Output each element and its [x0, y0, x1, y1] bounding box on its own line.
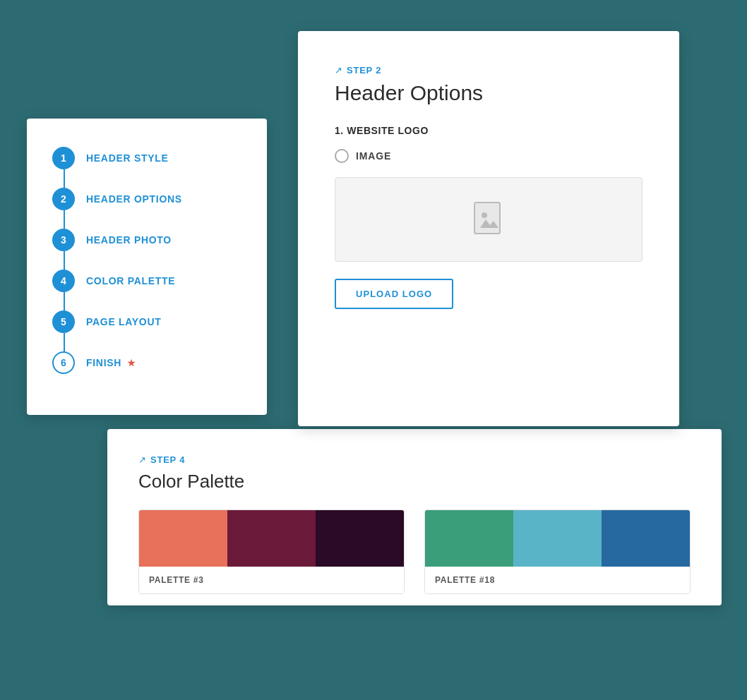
steps-card: 1HEADER STYLE2HEADER OPTIONS3HEADER PHOT…: [27, 119, 267, 415]
palette-color-swatch-1: [139, 510, 227, 567]
step-item-6[interactable]: 6FINISH ★: [52, 351, 241, 392]
palette-colors-2: [425, 510, 690, 567]
palette-item-2[interactable]: PALETTE #18: [424, 509, 691, 594]
step-item-5[interactable]: 5PAGE LAYOUT: [52, 310, 241, 351]
palette-color-swatch-3: [602, 510, 690, 567]
radio-label: IMAGE: [356, 150, 391, 162]
palette-step-tag-text: STEP 4: [150, 454, 185, 465]
radio-button[interactable]: [335, 149, 349, 163]
palette-step-tag: ↗ STEP 4: [138, 454, 691, 465]
palette-color-swatch-2: [513, 510, 602, 567]
header-options-card: ↗ STEP 2 Header Options 1. WEBSITE LOGO …: [298, 31, 679, 426]
finish-star-icon: ★: [124, 358, 136, 368]
image-drop-zone[interactable]: [335, 177, 643, 262]
step-label-3: HEADER PHOTO: [86, 234, 172, 246]
color-palette-card: ↗ STEP 4 Color Palette PALETTE #3PALETTE…: [107, 429, 722, 605]
step-circle-1: 1: [52, 147, 75, 169]
step-item-3[interactable]: 3HEADER PHOTO: [52, 229, 241, 270]
section-number: 1.: [335, 125, 344, 136]
svg-point-1: [482, 212, 487, 218]
step-label-2: HEADER OPTIONS: [86, 193, 182, 205]
section-label: 1. WEBSITE LOGO: [335, 125, 643, 136]
step-tag-text: STEP 2: [347, 65, 381, 76]
palette-name-1: PALETTE #3: [139, 567, 404, 593]
palette-colors-1: [139, 510, 404, 567]
step-item-1[interactable]: 1HEADER STYLE: [52, 147, 241, 188]
palette-item-1[interactable]: PALETTE #3: [138, 509, 405, 594]
step-label-1: HEADER STYLE: [86, 152, 169, 164]
step-label-5: PAGE LAYOUT: [86, 316, 162, 327]
palette-color-swatch-3: [316, 510, 404, 567]
palettes-row: PALETTE #3PALETTE #18: [138, 509, 691, 594]
palette-name-2: PALETTE #18: [425, 567, 690, 593]
radio-row[interactable]: IMAGE: [335, 149, 643, 163]
steps-list: 1HEADER STYLE2HEADER OPTIONS3HEADER PHOT…: [52, 147, 241, 392]
palette-step-arrow-icon: ↗: [138, 454, 146, 465]
svg-rect-0: [474, 203, 500, 234]
step-item-2[interactable]: 2HEADER OPTIONS: [52, 188, 241, 229]
step-item-4[interactable]: 4COLOR PALETTE: [52, 270, 241, 310]
step-label-4: COLOR PALETTE: [86, 275, 175, 286]
image-placeholder-icon: [473, 201, 504, 238]
step-circle-3: 3: [52, 229, 75, 251]
step-circle-4: 4: [52, 270, 75, 292]
palette-card-title: Color Palette: [138, 471, 691, 493]
step-circle-6: 6: [52, 351, 75, 374]
step-label-6: FINISH ★: [86, 357, 136, 368]
card-title: Header Options: [335, 81, 643, 105]
palette-header: ↗ STEP 4 Color Palette: [138, 454, 691, 493]
upload-logo-button[interactable]: UPLOAD LOGO: [335, 279, 453, 309]
section-name: WEBSITE LOGO: [347, 125, 429, 136]
step-circle-2: 2: [52, 188, 75, 210]
palette-color-swatch-1: [425, 510, 513, 567]
step-circle-5: 5: [52, 310, 75, 333]
step-tag: ↗ STEP 2: [335, 65, 643, 76]
step-arrow-icon: ↗: [335, 65, 342, 76]
palette-color-swatch-2: [227, 510, 316, 567]
